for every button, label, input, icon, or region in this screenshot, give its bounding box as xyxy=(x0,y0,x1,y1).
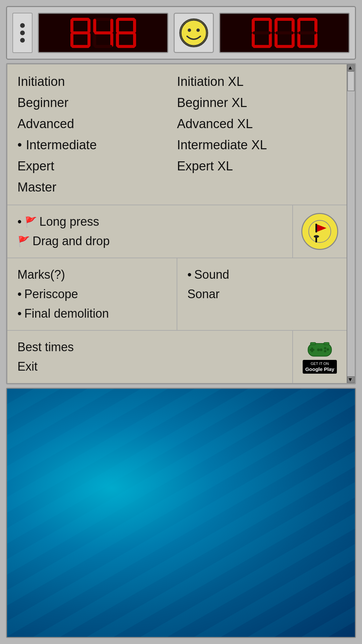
exit-button[interactable]: Exit xyxy=(17,357,282,376)
svg-point-49 xyxy=(314,235,319,238)
diff-intermediate[interactable]: Intermediate xyxy=(17,135,177,156)
smiley-button[interactable] xyxy=(174,13,214,53)
bottom-left: Best times Exit xyxy=(7,331,293,383)
get-it-on-text: GET IT ON xyxy=(305,361,335,366)
difficulty-grid: Initiation Initiation XL Beginner Beginn… xyxy=(17,71,337,198)
diff-beginner-xl-label: Beginner XL xyxy=(177,96,247,110)
diff-master-label: Master xyxy=(17,180,56,195)
sonar-label: Sonar xyxy=(187,287,220,301)
menu-panel: Initiation Initiation XL Beginner Beginn… xyxy=(6,63,356,384)
scrollbar-track-area xyxy=(347,71,355,376)
bottom-section: Best times Exit xyxy=(7,331,347,383)
bottom-right: GET IT ON Google Play xyxy=(293,331,347,383)
google-play-badge: GET IT ON Google Play xyxy=(303,360,337,374)
google-play-text: Google Play xyxy=(305,366,335,373)
panel-content: Initiation Initiation XL Beginner Beginn… xyxy=(7,64,347,383)
svg-point-45 xyxy=(309,220,331,243)
top-bar xyxy=(6,6,356,60)
options-right: Sound Sonar xyxy=(177,258,347,330)
diff-advanced-xl-label: Advanced XL xyxy=(177,117,253,131)
option-sound[interactable]: Sound xyxy=(187,265,337,284)
exit-label: Exit xyxy=(17,360,38,373)
diff-expert-label: Expert xyxy=(17,159,54,173)
svg-point-56 xyxy=(317,348,320,351)
scrollbar-thumb[interactable] xyxy=(347,71,355,91)
diff-initiation[interactable]: Initiation xyxy=(17,71,177,92)
menu-button[interactable] xyxy=(12,13,33,53)
dot2 xyxy=(20,31,25,35)
digit-4 xyxy=(252,18,272,48)
svg-point-53 xyxy=(324,347,326,349)
control-long-press[interactable]: 🚩 Long press xyxy=(17,212,282,231)
game-image xyxy=(6,388,356,638)
controls-right xyxy=(293,205,347,258)
option-marks[interactable]: Marks(?) xyxy=(17,265,167,284)
best-times-button[interactable]: Best times xyxy=(17,337,282,357)
scrollbar[interactable]: ▲ ▼ xyxy=(347,64,355,383)
panel-with-scroll: Initiation Initiation XL Beginner Beginn… xyxy=(7,64,355,383)
diff-initiation-xl[interactable]: Initiation XL xyxy=(177,71,337,92)
svg-point-23 xyxy=(196,29,200,32)
mine-counter xyxy=(38,13,168,53)
flag-icon-small-2: 🚩 xyxy=(17,235,30,247)
diff-intermediate-xl[interactable]: Intermediate XL xyxy=(177,135,337,156)
options-left: Marks(?) Periscope Final demolition xyxy=(7,258,177,330)
diff-advanced-label: Advanced xyxy=(17,117,74,131)
drag-drop-label: Drag and drop xyxy=(33,234,110,248)
diff-beginner[interactable]: Beginner xyxy=(17,92,177,113)
svg-rect-52 xyxy=(310,349,314,351)
diff-expert-xl-label: Expert XL xyxy=(177,159,233,173)
scrollbar-up[interactable]: ▲ xyxy=(347,64,355,71)
option-final-demolition[interactable]: Final demolition xyxy=(17,304,167,323)
flag-icon-small-1: 🚩 xyxy=(24,216,37,228)
marks-label: Marks(?) xyxy=(17,268,65,282)
digit-3 xyxy=(116,18,136,48)
diff-advanced[interactable]: Advanced xyxy=(17,113,177,135)
diff-beginner-xl[interactable]: Beginner XL xyxy=(177,92,337,113)
diff-intermediate-label: Intermediate xyxy=(26,138,97,152)
svg-point-55 xyxy=(324,350,326,352)
dot3 xyxy=(20,38,25,43)
svg-point-57 xyxy=(320,348,322,351)
final-demolition-label: Final demolition xyxy=(24,307,109,321)
long-press-label: Long press xyxy=(40,215,99,229)
digit-6 xyxy=(297,18,317,48)
google-play-button[interactable]: GET IT ON Google Play xyxy=(298,338,342,375)
svg-point-22 xyxy=(188,29,191,32)
flag-button[interactable] xyxy=(301,213,338,250)
timer-counter xyxy=(219,13,350,53)
water-rays xyxy=(7,389,355,637)
diff-initiation-xl-label: Initiation XL xyxy=(177,74,244,89)
digit-5 xyxy=(275,18,295,48)
app-container: Initiation Initiation XL Beginner Beginn… xyxy=(0,0,362,644)
difficulty-section: Initiation Initiation XL Beginner Beginn… xyxy=(7,64,347,205)
diff-master[interactable]: Master xyxy=(17,177,177,198)
dot1 xyxy=(20,23,25,28)
diff-intermediate-xl-label: Intermediate XL xyxy=(177,138,267,152)
smiley-face xyxy=(179,18,208,47)
options-section: Marks(?) Periscope Final demolition Soun… xyxy=(7,258,347,331)
control-drag-drop[interactable]: 🚩 Drag and drop xyxy=(17,231,282,251)
option-sonar[interactable]: Sonar xyxy=(187,284,337,304)
digit-1 xyxy=(70,18,90,48)
diff-advanced-xl[interactable]: Advanced XL xyxy=(177,113,337,135)
periscope-label: Periscope xyxy=(24,287,78,301)
scrollbar-down[interactable]: ▼ xyxy=(347,376,355,383)
svg-rect-48 xyxy=(315,224,317,232)
option-periscope[interactable]: Periscope xyxy=(17,284,167,304)
controls-section: 🚩 Long press 🚩 Drag and drop xyxy=(7,205,347,258)
diff-initiation-label: Initiation xyxy=(17,74,65,89)
digit-2 xyxy=(93,18,113,48)
sound-label: Sound xyxy=(194,268,229,282)
svg-rect-59 xyxy=(324,342,329,345)
diff-expert[interactable]: Expert xyxy=(17,156,177,177)
diff-beginner-label: Beginner xyxy=(17,96,68,110)
svg-point-54 xyxy=(327,348,329,351)
diff-expert-xl[interactable]: Expert XL xyxy=(177,156,337,177)
controls-left: 🚩 Long press 🚩 Drag and drop xyxy=(7,205,293,258)
svg-point-21 xyxy=(181,20,206,46)
svg-rect-58 xyxy=(310,342,316,345)
best-times-label: Best times xyxy=(17,340,74,354)
